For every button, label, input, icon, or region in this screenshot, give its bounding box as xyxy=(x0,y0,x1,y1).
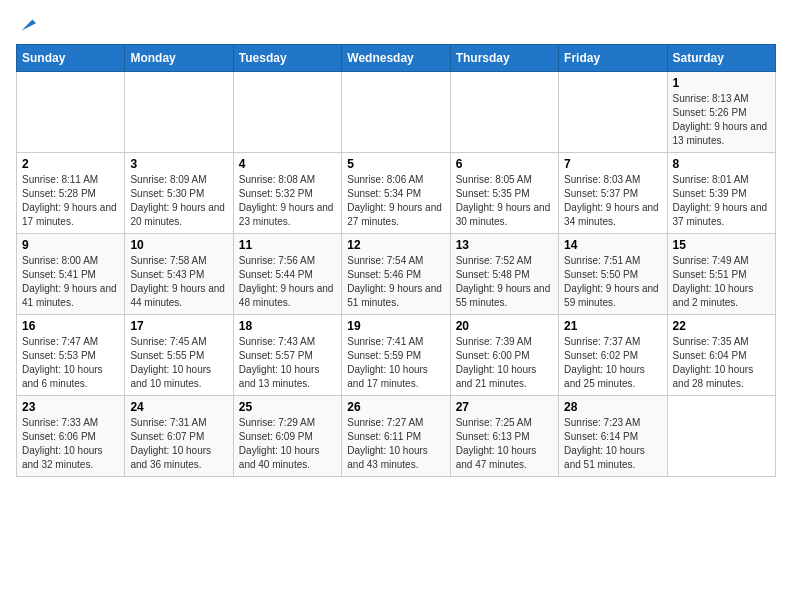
calendar-week-3: 9Sunrise: 8:00 AM Sunset: 5:41 PM Daylig… xyxy=(17,234,776,315)
day-info: Sunrise: 8:01 AM Sunset: 5:39 PM Dayligh… xyxy=(673,173,770,229)
day-number: 24 xyxy=(130,400,227,414)
day-number: 22 xyxy=(673,319,770,333)
day-info: Sunrise: 7:43 AM Sunset: 5:57 PM Dayligh… xyxy=(239,335,336,391)
calendar-cell: 8Sunrise: 8:01 AM Sunset: 5:39 PM Daylig… xyxy=(667,153,775,234)
calendar-cell: 25Sunrise: 7:29 AM Sunset: 6:09 PM Dayli… xyxy=(233,396,341,477)
column-header-tuesday: Tuesday xyxy=(233,45,341,72)
calendar-cell: 7Sunrise: 8:03 AM Sunset: 5:37 PM Daylig… xyxy=(559,153,667,234)
calendar-cell: 6Sunrise: 8:05 AM Sunset: 5:35 PM Daylig… xyxy=(450,153,558,234)
day-number: 9 xyxy=(22,238,119,252)
day-info: Sunrise: 7:25 AM Sunset: 6:13 PM Dayligh… xyxy=(456,416,553,472)
calendar-cell: 2Sunrise: 8:11 AM Sunset: 5:28 PM Daylig… xyxy=(17,153,125,234)
calendar-cell: 15Sunrise: 7:49 AM Sunset: 5:51 PM Dayli… xyxy=(667,234,775,315)
page-header xyxy=(16,16,776,34)
calendar-week-5: 23Sunrise: 7:33 AM Sunset: 6:06 PM Dayli… xyxy=(17,396,776,477)
day-info: Sunrise: 7:37 AM Sunset: 6:02 PM Dayligh… xyxy=(564,335,661,391)
column-header-friday: Friday xyxy=(559,45,667,72)
column-header-wednesday: Wednesday xyxy=(342,45,450,72)
day-number: 10 xyxy=(130,238,227,252)
calendar-cell xyxy=(17,72,125,153)
day-info: Sunrise: 8:05 AM Sunset: 5:35 PM Dayligh… xyxy=(456,173,553,229)
day-number: 20 xyxy=(456,319,553,333)
calendar-cell: 12Sunrise: 7:54 AM Sunset: 5:46 PM Dayli… xyxy=(342,234,450,315)
calendar-week-2: 2Sunrise: 8:11 AM Sunset: 5:28 PM Daylig… xyxy=(17,153,776,234)
day-number: 12 xyxy=(347,238,444,252)
day-info: Sunrise: 7:23 AM Sunset: 6:14 PM Dayligh… xyxy=(564,416,661,472)
logo xyxy=(16,16,36,34)
day-info: Sunrise: 8:13 AM Sunset: 5:26 PM Dayligh… xyxy=(673,92,770,148)
calendar-cell: 22Sunrise: 7:35 AM Sunset: 6:04 PM Dayli… xyxy=(667,315,775,396)
calendar-cell: 17Sunrise: 7:45 AM Sunset: 5:55 PM Dayli… xyxy=(125,315,233,396)
day-info: Sunrise: 8:06 AM Sunset: 5:34 PM Dayligh… xyxy=(347,173,444,229)
day-number: 6 xyxy=(456,157,553,171)
calendar-table: SundayMondayTuesdayWednesdayThursdayFrid… xyxy=(16,44,776,477)
calendar-cell: 21Sunrise: 7:37 AM Sunset: 6:02 PM Dayli… xyxy=(559,315,667,396)
logo-icon xyxy=(18,16,36,34)
day-number: 21 xyxy=(564,319,661,333)
column-header-saturday: Saturday xyxy=(667,45,775,72)
calendar-cell xyxy=(559,72,667,153)
day-number: 13 xyxy=(456,238,553,252)
day-number: 17 xyxy=(130,319,227,333)
day-number: 3 xyxy=(130,157,227,171)
day-number: 19 xyxy=(347,319,444,333)
day-info: Sunrise: 7:54 AM Sunset: 5:46 PM Dayligh… xyxy=(347,254,444,310)
calendar-cell xyxy=(233,72,341,153)
day-info: Sunrise: 7:51 AM Sunset: 5:50 PM Dayligh… xyxy=(564,254,661,310)
day-number: 16 xyxy=(22,319,119,333)
day-number: 2 xyxy=(22,157,119,171)
day-number: 25 xyxy=(239,400,336,414)
day-info: Sunrise: 7:49 AM Sunset: 5:51 PM Dayligh… xyxy=(673,254,770,310)
day-info: Sunrise: 7:45 AM Sunset: 5:55 PM Dayligh… xyxy=(130,335,227,391)
calendar-cell: 16Sunrise: 7:47 AM Sunset: 5:53 PM Dayli… xyxy=(17,315,125,396)
calendar-cell: 9Sunrise: 8:00 AM Sunset: 5:41 PM Daylig… xyxy=(17,234,125,315)
day-number: 1 xyxy=(673,76,770,90)
calendar-cell: 14Sunrise: 7:51 AM Sunset: 5:50 PM Dayli… xyxy=(559,234,667,315)
calendar-cell: 11Sunrise: 7:56 AM Sunset: 5:44 PM Dayli… xyxy=(233,234,341,315)
day-info: Sunrise: 7:27 AM Sunset: 6:11 PM Dayligh… xyxy=(347,416,444,472)
day-number: 26 xyxy=(347,400,444,414)
column-header-sunday: Sunday xyxy=(17,45,125,72)
calendar-cell: 3Sunrise: 8:09 AM Sunset: 5:30 PM Daylig… xyxy=(125,153,233,234)
calendar-cell: 26Sunrise: 7:27 AM Sunset: 6:11 PM Dayli… xyxy=(342,396,450,477)
svg-marker-0 xyxy=(22,20,36,31)
calendar-header-row: SundayMondayTuesdayWednesdayThursdayFrid… xyxy=(17,45,776,72)
day-info: Sunrise: 7:29 AM Sunset: 6:09 PM Dayligh… xyxy=(239,416,336,472)
calendar-cell: 18Sunrise: 7:43 AM Sunset: 5:57 PM Dayli… xyxy=(233,315,341,396)
calendar-cell: 28Sunrise: 7:23 AM Sunset: 6:14 PM Dayli… xyxy=(559,396,667,477)
day-info: Sunrise: 7:33 AM Sunset: 6:06 PM Dayligh… xyxy=(22,416,119,472)
day-number: 14 xyxy=(564,238,661,252)
day-number: 18 xyxy=(239,319,336,333)
calendar-cell: 24Sunrise: 7:31 AM Sunset: 6:07 PM Dayli… xyxy=(125,396,233,477)
calendar-cell: 4Sunrise: 8:08 AM Sunset: 5:32 PM Daylig… xyxy=(233,153,341,234)
calendar-cell: 27Sunrise: 7:25 AM Sunset: 6:13 PM Dayli… xyxy=(450,396,558,477)
day-info: Sunrise: 8:00 AM Sunset: 5:41 PM Dayligh… xyxy=(22,254,119,310)
day-info: Sunrise: 7:47 AM Sunset: 5:53 PM Dayligh… xyxy=(22,335,119,391)
day-number: 23 xyxy=(22,400,119,414)
day-number: 7 xyxy=(564,157,661,171)
day-info: Sunrise: 7:41 AM Sunset: 5:59 PM Dayligh… xyxy=(347,335,444,391)
day-number: 15 xyxy=(673,238,770,252)
calendar-cell: 19Sunrise: 7:41 AM Sunset: 5:59 PM Dayli… xyxy=(342,315,450,396)
calendar-cell xyxy=(125,72,233,153)
column-header-monday: Monday xyxy=(125,45,233,72)
column-header-thursday: Thursday xyxy=(450,45,558,72)
calendar-cell xyxy=(342,72,450,153)
day-info: Sunrise: 7:35 AM Sunset: 6:04 PM Dayligh… xyxy=(673,335,770,391)
day-info: Sunrise: 7:31 AM Sunset: 6:07 PM Dayligh… xyxy=(130,416,227,472)
day-number: 28 xyxy=(564,400,661,414)
day-info: Sunrise: 7:52 AM Sunset: 5:48 PM Dayligh… xyxy=(456,254,553,310)
day-info: Sunrise: 7:58 AM Sunset: 5:43 PM Dayligh… xyxy=(130,254,227,310)
day-info: Sunrise: 7:56 AM Sunset: 5:44 PM Dayligh… xyxy=(239,254,336,310)
day-info: Sunrise: 8:09 AM Sunset: 5:30 PM Dayligh… xyxy=(130,173,227,229)
calendar-cell: 13Sunrise: 7:52 AM Sunset: 5:48 PM Dayli… xyxy=(450,234,558,315)
day-info: Sunrise: 8:11 AM Sunset: 5:28 PM Dayligh… xyxy=(22,173,119,229)
day-number: 4 xyxy=(239,157,336,171)
calendar-week-1: 1Sunrise: 8:13 AM Sunset: 5:26 PM Daylig… xyxy=(17,72,776,153)
calendar-cell: 20Sunrise: 7:39 AM Sunset: 6:00 PM Dayli… xyxy=(450,315,558,396)
calendar-cell xyxy=(667,396,775,477)
day-info: Sunrise: 8:03 AM Sunset: 5:37 PM Dayligh… xyxy=(564,173,661,229)
calendar-cell: 23Sunrise: 7:33 AM Sunset: 6:06 PM Dayli… xyxy=(17,396,125,477)
calendar-cell: 1Sunrise: 8:13 AM Sunset: 5:26 PM Daylig… xyxy=(667,72,775,153)
calendar-cell xyxy=(450,72,558,153)
